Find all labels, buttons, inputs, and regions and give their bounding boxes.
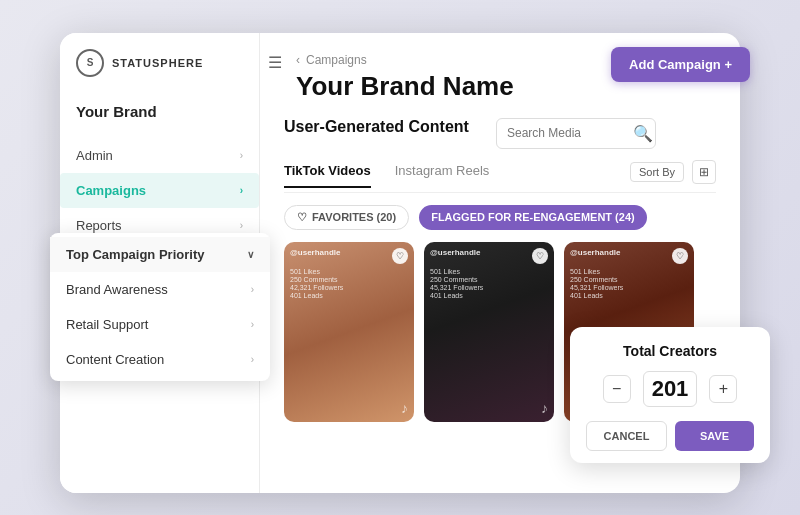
dropdown-item-label: Top Campaign Priority [66,247,204,262]
video-stat: 45,321 Followers [570,284,688,291]
chevron-right-icon: › [251,284,254,295]
increment-button[interactable]: + [709,375,737,403]
search-input[interactable] [507,126,627,140]
video-card[interactable]: @userhandle ♡ 501 Likes 250 Comments 42,… [284,242,414,422]
chevron-right-icon: › [240,220,243,231]
tabs: TikTok Videos Instagram Reels Sort By ⊞ [284,160,716,193]
chevron-right-icon: › [240,150,243,161]
dropdown-item-label: Brand Awareness [66,282,168,297]
sidebar-item-label: Campaigns [76,183,146,198]
section-title: User-Generated Content [284,118,469,136]
decrement-button[interactable]: − [603,375,631,403]
sort-button[interactable]: Sort By [630,162,684,182]
heart-icon[interactable]: ♡ [392,248,408,264]
chevron-right-icon: › [251,319,254,330]
tab-tiktok-videos[interactable]: TikTok Videos [284,163,371,188]
video-stat: 501 Likes [570,268,688,275]
breadcrumb-parent: Campaigns [306,53,367,67]
creators-title: Total Creators [586,343,754,359]
dropdown-item-label: Retail Support [66,317,148,332]
filter-label: FLAGGED FOR RE-ENGAGEMENT (24) [431,211,635,223]
video-handle: @userhandle [430,248,480,257]
logo: S STATUSPHERE [60,49,259,93]
save-button[interactable]: SAVE [675,421,754,451]
chevron-right-icon: › [251,354,254,365]
flagged-filter[interactable]: FLAGGED FOR RE-ENGAGEMENT (24) [419,205,647,230]
sidebar-item-admin[interactable]: Admin › [60,138,259,173]
heart-icon[interactable]: ♡ [532,248,548,264]
tiktok-icon: ♪ [401,400,408,416]
video-handle: @userhandle [570,248,620,257]
add-campaign-button[interactable]: Add Campaign + [611,47,740,82]
video-stat: 401 Leads [570,292,688,299]
dropdown-item-retail-support[interactable]: Retail Support › [50,307,270,342]
video-stat: 42,321 Followers [290,284,408,291]
chevron-right-icon: › [240,185,243,196]
filter-label: FAVORITES (20) [312,211,396,223]
logo-icon: S [76,49,104,77]
video-stat: 401 Leads [430,292,548,299]
cancel-button[interactable]: CANCEL [586,421,667,451]
creators-value: 201 [643,371,698,407]
sidebar-item-label: Admin [76,148,113,163]
sidebar-item-label: Reports [76,218,122,233]
dropdown-item-brand-awareness[interactable]: Brand Awareness › [50,272,270,307]
content-header: User-Generated Content 🔍 [284,118,716,148]
video-stat: 250 Comments [290,276,408,283]
breadcrumb-arrow: ‹ [296,53,300,67]
video-stat: 250 Comments [570,276,688,283]
creators-actions: CANCEL SAVE [586,421,754,451]
sidebar-item-campaigns[interactable]: Campaigns › [60,173,259,208]
grid-icon[interactable]: ⊞ [692,160,716,184]
campaigns-dropdown: Top Campaign Priority ∨ Brand Awareness … [50,233,270,381]
search-icon: 🔍 [633,124,653,143]
video-stat: 250 Comments [430,276,548,283]
dropdown-item-label: Content Creation [66,352,164,367]
video-stat: 45,321 Followers [430,284,548,291]
logo-text: STATUSPHERE [112,57,203,69]
favorites-filter[interactable]: ♡ FAVORITES (20) [284,205,409,230]
total-creators-card: Total Creators − 201 + CANCEL SAVE [570,327,770,463]
search-bar[interactable]: 🔍 [496,118,656,149]
tab-instagram-reels[interactable]: Instagram Reels [395,163,490,188]
creators-counter: − 201 + [586,371,754,407]
filter-tags: ♡ FAVORITES (20) FLAGGED FOR RE-ENGAGEME… [284,205,716,230]
heart-icon: ♡ [297,211,307,224]
tiktok-icon: ♪ [541,400,548,416]
video-stat: 401 Leads [290,292,408,299]
sidebar: S STATUSPHERE Your Brand Admin › Campaig… [60,33,260,493]
video-card[interactable]: @userhandle ♡ 501 Likes 250 Comments 45,… [424,242,554,422]
dropdown-item-top-campaign[interactable]: Top Campaign Priority ∨ [50,237,270,272]
dropdown-item-content-creation[interactable]: Content Creation › [50,342,270,377]
heart-icon[interactable]: ♡ [672,248,688,264]
video-stat: 501 Likes [430,268,548,275]
video-handle: @userhandle [290,248,340,257]
hamburger-icon[interactable]: ☰ [268,53,282,72]
tabs-right: Sort By ⊞ [630,160,716,192]
video-stat: 501 Likes [290,268,408,275]
sidebar-brand: Your Brand [60,93,259,138]
chevron-down-icon: ∨ [247,249,254,260]
